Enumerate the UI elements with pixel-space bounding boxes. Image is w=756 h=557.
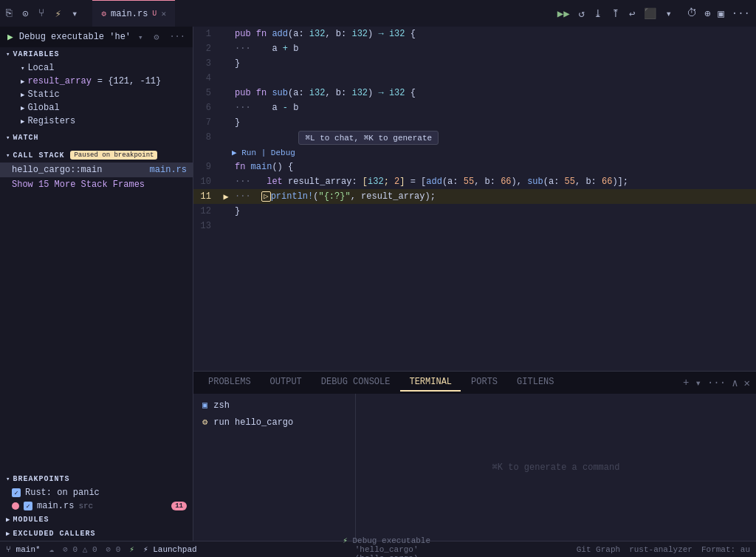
errors2-status[interactable]: ⊘ 0 — [106, 544, 121, 554]
tab-gitlens[interactable]: GITLENS — [508, 374, 563, 392]
chevron-down-icon: ▾ — [6, 134, 10, 142]
breakpoint-checkbox[interactable] — [12, 488, 21, 497]
main-area: ▶ Debug executable 'he' ▾ ⚙ ··· ▾ VARIAB… — [0, 27, 756, 541]
watch-header[interactable]: ▾ WATCH — [0, 131, 193, 145]
chevron-down-icon[interactable]: ▾ — [72, 7, 78, 20]
breakpoint-rust-panic[interactable]: Rust: on panic — [0, 486, 193, 499]
restart-button[interactable]: ↺ — [576, 6, 588, 21]
line-num-2: 2 — [193, 44, 220, 54]
var-value: = {121, -11} — [97, 76, 161, 86]
expand-icon: ▶ — [21, 78, 24, 86]
code-line-2: 2 ··· a + b — [193, 41, 756, 56]
split-terminal-button[interactable]: ▾ — [695, 377, 701, 389]
tab-terminal[interactable]: TERMINAL — [400, 374, 461, 392]
local-scope-item[interactable]: ▾ Local — [0, 61, 193, 75]
stop-button[interactable]: ⬛ — [641, 6, 659, 21]
breakpoints-header[interactable]: ▾ BREAKPOINTS — [0, 472, 193, 486]
remote-icon[interactable]: ⊕ — [704, 7, 710, 20]
line-content-5: pub fn sub(a: i32, b: i32) → i32 { — [232, 88, 756, 98]
search-icon[interactable]: ⊙ — [22, 7, 28, 20]
breakpoint-src-label: src — [78, 502, 93, 510]
code-line-8: 8 ⌘L to chat, ⌘K to generate — [193, 130, 756, 145]
format-status[interactable]: Format: au — [701, 545, 750, 554]
registers-scope-label: Registers — [27, 116, 75, 126]
line-num-7: 7 — [193, 117, 220, 128]
breakpoint-checkbox2[interactable] — [24, 502, 32, 510]
debug-title: Debug executable 'he' — [19, 32, 131, 42]
expand-icon: ▶ — [21, 91, 24, 99]
close-panel-button[interactable]: ✕ — [744, 377, 750, 389]
breakpoint-count-badge: 11 — [171, 502, 187, 510]
terminal-run-cargo[interactable]: ⚙ run hello_cargo — [193, 414, 355, 431]
kill-terminal-button[interactable]: ··· — [707, 377, 726, 389]
debug-icon[interactable]: ⚡ — [55, 7, 61, 20]
terminal-list: ▣ zsh ⚙ run hello_cargo — [193, 394, 356, 541]
bottom-panel: PROBLEMS OUTPUT DEBUG CONSOLE TERMINAL P… — [193, 371, 756, 541]
variables-header[interactable]: ▾ VARIABLES — [0, 47, 193, 61]
maximize-panel-button[interactable]: ∧ — [732, 377, 738, 389]
line-content-11: ··· ▷println!("{:?}", result_array); — [232, 191, 756, 202]
show-more-frames-button[interactable]: Show 15 More Stack Frames — [0, 177, 193, 192]
line-num-12: 12 — [193, 206, 220, 216]
callstack-header[interactable]: ▾ CALL STACK Paused on breakpoint — [0, 148, 193, 163]
tooltip-text: ⌘L to chat, ⌘K to generate — [305, 133, 432, 143]
add-terminal-button[interactable]: + — [683, 377, 689, 389]
editor-area: 1 pub fn add(a: i32, b: i32) → i32 { 2 ·… — [193, 27, 756, 541]
static-scope-item[interactable]: ▶ Static — [0, 88, 193, 101]
launchpad-status[interactable]: ⚡ Launchpad — [143, 544, 197, 554]
modules-title: MODULES — [13, 516, 49, 524]
debug-header[interactable]: ▶ Debug executable 'he' ▾ ⚙ ··· — [0, 27, 193, 47]
history-icon[interactable]: ⏱ — [687, 7, 697, 19]
breakpoint-main-rs[interactable]: main.rs src 11 — [0, 499, 193, 513]
step-out-button[interactable]: ↩ — [626, 6, 638, 21]
step-into-button[interactable]: ⤒ — [608, 6, 623, 21]
more-options-icon[interactable]: ··· — [732, 7, 750, 19]
modules-header[interactable]: ▶ MODULES — [0, 513, 193, 527]
tab-main-rs[interactable]: ⚙ main.rs U ✕ — [92, 0, 175, 27]
breakpoints-section: ▾ BREAKPOINTS Rust: on panic main.rs src… — [0, 472, 193, 513]
registers-scope-item[interactable]: ▶ Registers — [0, 115, 193, 128]
git-graph-status[interactable]: Git Graph — [577, 545, 620, 554]
tab-ports[interactable]: PORTS — [462, 374, 506, 392]
debug-more-button[interactable]: ▾ — [662, 6, 674, 21]
excluded-callers-header[interactable]: ▶ EXCLUDED CALLERS — [0, 527, 193, 541]
errors-status[interactable]: ⊘ 0 △ 0 — [63, 544, 97, 554]
line-num-5: 5 — [193, 88, 220, 98]
global-scope-item[interactable]: ▶ Global — [0, 101, 193, 115]
code-line-5: 5 pub fn sub(a: i32, b: i32) → i32 { — [193, 86, 756, 100]
rust-analyzer-status[interactable]: rust-analyzer — [629, 545, 693, 554]
sync-status[interactable]: ☁ — [49, 544, 55, 554]
continue-button[interactable]: ▶▶ — [554, 6, 573, 21]
breakpoint-marker: ▷ — [261, 191, 271, 202]
terminal-name-cargo: run hello_cargo — [213, 417, 293, 428]
status-bar: ⑂ main* ☁ ⊘ 0 △ 0 ⊘ 0 ⚡ ⚡ Launchpad ⚡ De… — [0, 541, 756, 557]
watch-title: WATCH — [13, 134, 38, 142]
terminal-zsh[interactable]: ▣ zsh — [193, 397, 355, 414]
tab-output[interactable]: OUTPUT — [261, 374, 311, 392]
git-icon[interactable]: ⑂ — [38, 7, 44, 19]
stack-frame-item[interactable]: hello_cargo::main main.rs — [0, 163, 193, 177]
tab-debug-console[interactable]: DEBUG CONSOLE — [312, 374, 399, 392]
line-num-6: 6 — [193, 103, 220, 113]
current-line-arrow: ▶ — [223, 191, 228, 202]
layout-icon[interactable]: ▣ — [718, 7, 724, 20]
git-branch-status[interactable]: ⑂ main* — [6, 545, 41, 554]
result-array-item[interactable]: ▶ result_array = {121, -11} — [0, 75, 193, 88]
line-content-6: ··· a - b — [232, 103, 756, 113]
more-icon[interactable]: ··· — [169, 32, 185, 42]
breakpoint-label: Rust: on panic — [25, 488, 100, 498]
terminal-area[interactable]: ⌘K to generate a command — [356, 394, 756, 541]
watch-section: ▾ WATCH — [0, 131, 193, 145]
gear-icon[interactable]: ⚙ — [154, 32, 159, 43]
copy-icon[interactable]: ⎘ — [6, 7, 12, 19]
code-line-3: 3 } — [193, 56, 756, 71]
code-line-13: 13 — [193, 219, 756, 233]
code-editor[interactable]: 1 pub fn add(a: i32, b: i32) → i32 { 2 ·… — [193, 27, 756, 371]
chevron-down-icon: ▾ — [6, 151, 10, 160]
tab-close-button[interactable]: ✕ — [161, 9, 166, 18]
tab-problems[interactable]: PROBLEMS — [199, 374, 260, 392]
global-scope-label: Global — [27, 103, 59, 113]
line-content-3: } — [232, 58, 756, 69]
expand-icon: ▶ — [21, 104, 24, 112]
step-over-button[interactable]: ⤓ — [591, 6, 605, 21]
